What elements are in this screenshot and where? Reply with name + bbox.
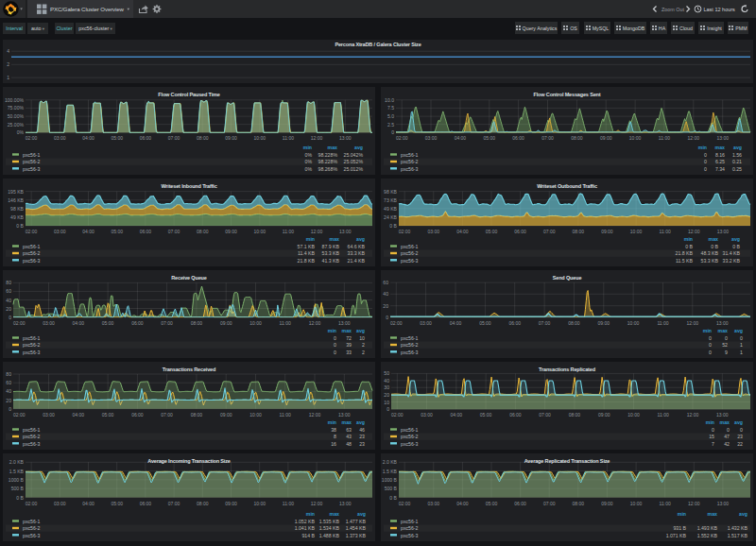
svg-text:02:00: 02:00	[391, 412, 404, 418]
svg-text:0%: 0%	[305, 152, 313, 158]
svg-text:pxc56-3: pxc56-3	[23, 533, 41, 538]
svg-text:pxc56-1: pxc56-1	[23, 335, 41, 341]
svg-text:33.2 KB: 33.2 KB	[723, 258, 741, 264]
svg-text:25.00%: 25.00%	[8, 122, 25, 128]
svg-text:57.1 KB: 57.1 KB	[298, 244, 316, 249]
svg-text:2.0 KB: 2.0 KB	[9, 459, 25, 465]
svg-text:max: max	[720, 419, 730, 425]
svg-text:10:00: 10:00	[253, 135, 266, 141]
svg-text:40: 40	[383, 291, 388, 297]
svg-text:06:00: 06:00	[512, 135, 524, 141]
svg-text:11:00: 11:00	[283, 501, 294, 506]
svg-text:11:00: 11:00	[659, 135, 670, 141]
svg-text:pxc56-2: pxc56-2	[23, 525, 41, 531]
svg-text:Writeset Inbound Traffic: Writeset Inbound Traffic	[161, 183, 216, 189]
svg-text:avg: avg	[734, 419, 743, 425]
svg-text:13:00: 13:00	[338, 412, 351, 418]
svg-text:8.16: 8.16	[715, 152, 725, 158]
svg-text:10:00: 10:00	[249, 320, 262, 326]
svg-text:10.0: 10.0	[385, 97, 394, 103]
svg-text:08:00: 08:00	[573, 501, 585, 506]
svg-text:05:00: 05:00	[111, 135, 123, 141]
svg-text:max: max	[342, 419, 352, 425]
svg-text:02:00: 02:00	[399, 229, 411, 234]
svg-text:43: 43	[346, 434, 352, 439]
svg-text:98 KB: 98 KB	[10, 206, 24, 212]
svg-text:pxc56-3: pxc56-3	[23, 350, 41, 355]
svg-text:pxc56-3: pxc56-3	[401, 166, 419, 172]
svg-text:avg: avg	[734, 328, 743, 333]
svg-text:500 B: 500 B	[11, 486, 25, 491]
svg-text:1000 B: 1000 B	[9, 477, 25, 483]
svg-text:1.052 KB: 1.052 KB	[295, 519, 316, 524]
svg-text:06:00: 06:00	[509, 412, 522, 418]
svg-text:11:00: 11:00	[657, 320, 668, 326]
svg-text:0 B: 0 B	[16, 223, 24, 229]
svg-text:07:00: 07:00	[168, 229, 180, 234]
svg-text:pxc56-3: pxc56-3	[401, 350, 419, 355]
svg-text:24 KB: 24 KB	[384, 214, 397, 220]
svg-text:50.00%: 50.00%	[8, 113, 25, 119]
svg-text:PXC/Galera Cluster Overview: PXC/Galera Cluster Overview	[50, 6, 125, 12]
svg-text:04:00: 04:00	[451, 412, 463, 418]
svg-text:02:00: 02:00	[13, 412, 26, 418]
svg-text:53.3 KB: 53.3 KB	[701, 258, 719, 264]
svg-text:1: 1	[7, 75, 9, 80]
svg-text:min: min	[706, 419, 714, 425]
svg-text:40: 40	[384, 378, 389, 384]
svg-text:06:00: 06:00	[131, 412, 144, 418]
svg-text:21.8 KB: 21.8 KB	[676, 250, 694, 256]
svg-text:03:00: 03:00	[428, 501, 440, 506]
svg-text:Receive Queue: Receive Queue	[171, 275, 207, 281]
svg-text:pxc56-1: pxc56-1	[23, 152, 41, 158]
svg-text:08:00: 08:00	[197, 229, 209, 234]
svg-text:03:00: 03:00	[54, 135, 66, 141]
svg-text:20: 20	[383, 303, 388, 309]
svg-text:1.432 KB: 1.432 KB	[728, 525, 748, 531]
svg-text:min: min	[328, 328, 336, 333]
svg-text:80: 80	[6, 371, 11, 377]
svg-text:pxc56-1: pxc56-1	[23, 427, 41, 433]
svg-text:05:00: 05:00	[486, 229, 498, 234]
svg-text:931 B: 931 B	[673, 525, 686, 531]
svg-text:10:00: 10:00	[627, 412, 640, 418]
svg-text:12:00: 12:00	[688, 501, 700, 506]
svg-text:1.5 KB: 1.5 KB	[383, 469, 398, 474]
svg-text:Percona XtraDB / Galera Cluste: Percona XtraDB / Galera Cluster Size	[335, 42, 421, 47]
svg-text:11:00: 11:00	[283, 229, 294, 234]
svg-text:Transactions Received: Transactions Received	[163, 367, 215, 372]
svg-text:12:00: 12:00	[687, 320, 699, 326]
svg-text:Transactions Replicated: Transactions Replicated	[539, 367, 595, 372]
svg-text:1.493 KB: 1.493 KB	[697, 525, 718, 531]
svg-text:avg: avg	[354, 145, 363, 150]
svg-text:03:00: 03:00	[54, 229, 66, 234]
svg-text:pxc56-1: pxc56-1	[401, 519, 419, 524]
svg-text:195 KB: 195 KB	[8, 189, 24, 195]
svg-text:0 B: 0 B	[685, 244, 693, 249]
svg-text:pxc56-3: pxc56-3	[23, 166, 41, 172]
svg-text:02:00: 02:00	[13, 320, 26, 326]
svg-text:0 B: 0 B	[389, 223, 397, 229]
svg-text:64.6 KB: 64.6 KB	[348, 244, 366, 249]
svg-text:Writeset Outbound Traffic: Writeset Outbound Traffic	[537, 183, 597, 189]
svg-text:0: 0	[709, 342, 712, 348]
svg-text:10:00: 10:00	[253, 501, 266, 506]
svg-text:11:00: 11:00	[660, 229, 671, 234]
svg-text:02:00: 02:00	[399, 501, 411, 506]
svg-text:avg: avg	[357, 511, 366, 517]
svg-text:05:00: 05:00	[111, 229, 123, 234]
svg-text:avg: avg	[733, 145, 742, 150]
svg-text:max: max	[342, 328, 352, 333]
svg-text:pxc56-2: pxc56-2	[23, 250, 41, 256]
svg-text:07:00: 07:00	[539, 320, 551, 326]
svg-text:41.3 KB: 41.3 KB	[322, 258, 340, 264]
svg-text:2.5: 2.5	[387, 122, 394, 128]
svg-text:98 KB: 98 KB	[384, 189, 397, 195]
svg-text:8: 8	[334, 434, 336, 439]
svg-text:0%: 0%	[305, 159, 313, 164]
svg-text:max: max	[718, 328, 728, 333]
svg-text:40: 40	[6, 388, 11, 394]
svg-text:07:00: 07:00	[539, 412, 551, 418]
svg-text:Flow Control Messages Sent: Flow Control Messages Sent	[534, 92, 601, 97]
svg-text:05:00: 05:00	[486, 501, 498, 506]
